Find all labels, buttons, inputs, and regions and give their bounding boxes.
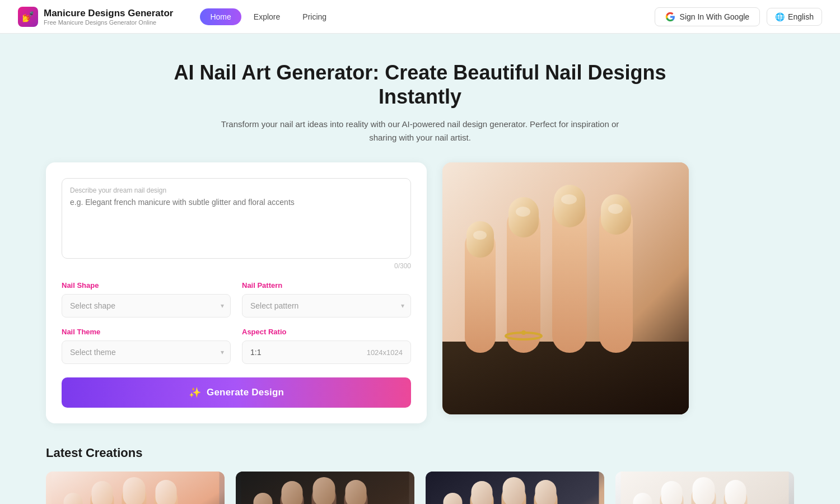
svg-rect-5 <box>508 197 539 237</box>
nail-shape-select-wrapper: Select shape Round Square Oval Almond St… <box>62 294 231 318</box>
aspect-ratio-display[interactable]: 1:1 1024x1024 <box>242 340 411 364</box>
svg-point-13 <box>516 207 530 217</box>
nail-shape-label: Nail Shape <box>62 281 231 290</box>
nail-shape-field: Nail Shape Select shape Round Square Ova… <box>62 281 231 318</box>
svg-rect-9 <box>554 185 585 227</box>
creation-img-2 <box>236 472 414 504</box>
language-label: English <box>788 12 814 21</box>
hero-section: AI Nail Art Generator: Create Beautiful … <box>0 34 840 162</box>
aspect-ratio-field: Aspect Ratio 1:1 1024x1024 <box>242 328 411 364</box>
svg-rect-32 <box>313 477 335 504</box>
svg-rect-41 <box>503 477 525 504</box>
svg-rect-25 <box>156 480 177 504</box>
nail-theme-select[interactable]: Select theme French Ombre Seasonal Minim… <box>62 340 231 364</box>
latest-title: Latest Creations <box>46 446 794 460</box>
svg-rect-23 <box>123 477 146 504</box>
char-count: 0/300 <box>62 262 411 270</box>
svg-rect-39 <box>472 481 493 504</box>
nail-pattern-label: Nail Pattern <box>242 281 411 290</box>
aspect-ratio-value: 1:1 <box>250 348 261 357</box>
wand-icon: ✨ <box>189 386 201 399</box>
nav-link-pricing[interactable]: Pricing <box>292 8 337 25</box>
brand-title: Manicure Designs Generator <box>44 8 173 19</box>
nav-link-explore[interactable]: Explore <box>244 8 290 25</box>
preview-card <box>442 162 689 414</box>
svg-rect-52 <box>725 480 746 504</box>
svg-rect-11 <box>601 194 631 235</box>
creation-card-2[interactable] <box>236 472 414 504</box>
creation-img-1 <box>46 472 225 504</box>
nav-links: Home Explore Pricing <box>200 8 337 25</box>
nail-pattern-field: Nail Pattern Select pattern Floral Geome… <box>242 281 411 318</box>
preview-image <box>442 162 689 414</box>
nail-preview-svg <box>442 162 689 414</box>
nail-theme-field: Nail Theme Select theme French Ombre Sea… <box>62 328 231 364</box>
creation-card-1[interactable] <box>46 472 225 504</box>
generate-label: Generate Design <box>207 387 284 398</box>
svg-rect-50 <box>693 477 715 504</box>
creation-img-3 <box>426 472 604 504</box>
fields-grid: Nail Shape Select shape Round Square Ova… <box>62 281 411 364</box>
form-card: Describe your dream nail design 0/300 Na… <box>46 162 427 423</box>
svg-point-14 <box>561 194 577 204</box>
svg-rect-43 <box>535 480 557 504</box>
creation-img-4 <box>615 472 794 504</box>
creations-grid <box>46 472 794 504</box>
creation-card-3[interactable] <box>426 472 604 504</box>
aspect-ratio-label: Aspect Ratio <box>242 328 411 336</box>
svg-point-15 <box>608 204 623 214</box>
nail-pattern-select[interactable]: Select pattern Floral Geometric Abstract… <box>242 294 411 318</box>
textarea-label: Describe your dream nail design <box>70 186 403 194</box>
design-input[interactable] <box>70 198 403 248</box>
svg-rect-21 <box>92 481 113 504</box>
nail-pattern-select-wrapper: Select pattern Floral Geometric Abstract… <box>242 294 411 318</box>
nail-shape-select[interactable]: Select shape Round Square Oval Almond St… <box>62 294 231 318</box>
latest-section: Latest Creations <box>28 446 812 504</box>
textarea-wrapper: Describe your dream nail design <box>62 178 411 259</box>
sign-in-label: Sign In With Google <box>680 12 750 21</box>
sign-in-google-button[interactable]: Sign In With Google <box>655 7 760 26</box>
nail-theme-select-wrapper: Select theme French Ombre Seasonal Minim… <box>62 340 231 364</box>
nav-link-home[interactable]: Home <box>200 8 241 25</box>
brand-logo-link[interactable]: 💅 Manicure Designs Generator Free Manicu… <box>18 7 173 27</box>
nav-right: Sign In With Google 🌐 English <box>655 7 822 26</box>
svg-rect-30 <box>282 481 303 504</box>
lang-icon: 🌐 <box>775 12 785 21</box>
google-icon <box>665 12 675 22</box>
creation-card-4[interactable] <box>615 472 794 504</box>
language-button[interactable]: 🌐 English <box>767 8 822 26</box>
main-content: Describe your dream nail design 0/300 Na… <box>28 162 812 446</box>
brand-subtitle: Free Manicure Designs Generator Online <box>44 19 173 26</box>
svg-rect-48 <box>661 481 683 504</box>
brand-logo: 💅 <box>18 7 38 27</box>
svg-point-12 <box>473 231 487 240</box>
generate-design-button[interactable]: ✨ Generate Design <box>62 377 411 408</box>
svg-rect-34 <box>346 480 367 504</box>
aspect-ratio-pixels: 1024x1024 <box>367 348 403 357</box>
nail-theme-label: Nail Theme <box>62 328 231 336</box>
svg-point-7 <box>521 330 526 335</box>
hero-description: Transform your nail art ideas into reali… <box>210 118 630 144</box>
hero-title: AI Nail Art Generator: Create Beautiful … <box>168 60 672 109</box>
